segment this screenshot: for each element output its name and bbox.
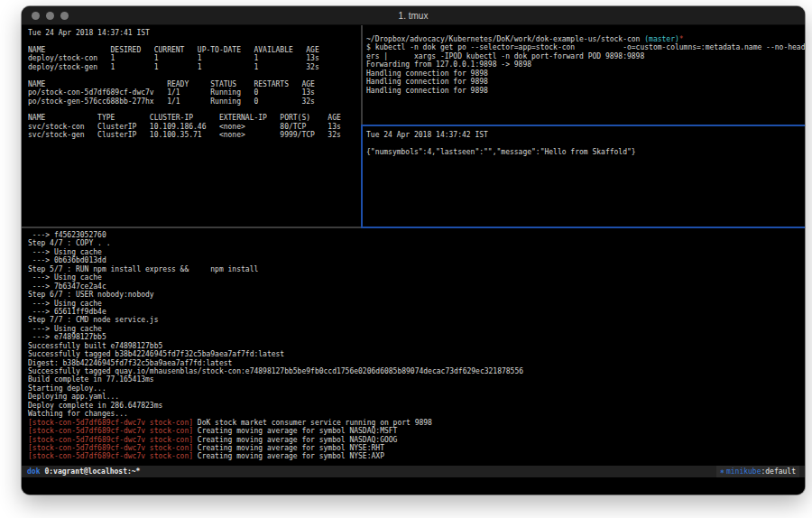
kube-context-indicator: ⎈ minikube :default	[716, 466, 799, 477]
terminal-line: Digest: b38b42246945fd7f32c5ba9aea7af7fd…	[28, 359, 805, 367]
pane-kubectl-watch[interactable]: Tue 24 Apr 2018 14:37:41 IST NAME DESIRE…	[22, 25, 361, 227]
traffic-light-buttons	[32, 6, 69, 24]
terminal-line: deploy/stock-gen 1 1 1 1 32s	[28, 63, 361, 71]
terminal-line	[28, 106, 361, 114]
terminal-line: $ kubectl -n dok get po --selector=app=s…	[366, 43, 805, 51]
terminal-line	[28, 71, 361, 79]
terminal-line: [stock-con-5d7df689cf-dwc7v stock-con] D…	[28, 419, 805, 427]
close-window-button[interactable]	[32, 12, 40, 20]
terminal-line: [stock-con-5d7df689cf-dwc7v stock-con] C…	[28, 452, 805, 460]
terminal-line: po/stock-gen-576cc688bb-277hx 1/1 Runnin…	[28, 97, 361, 106]
terminal-line: ~/Dropbox/advocacy/Kubernetes/DoK/work/d…	[366, 35, 805, 43]
pane-skaffold-log[interactable]: ---> f45623052760Step 4/7 : COPY . . ---…	[22, 228, 805, 466]
terminal-line: po/stock-con-5d7df689cf-dwc7v 1/1 Runnin…	[28, 88, 361, 97]
kube-cluster-name: minikube	[726, 466, 761, 477]
terminal-line: ---> f45623052760	[28, 231, 805, 239]
terminal-line: ---> Using cache	[28, 248, 805, 256]
terminal-line: deploy/stock-con 1 1 1 1 13s	[28, 54, 361, 62]
terminal-line: ---> Using cache	[28, 325, 805, 333]
terminal-line: Successfully built e74898127bb5	[28, 342, 805, 350]
terminal-line: Tue 24 Apr 2018 14:37:42 IST	[366, 131, 805, 139]
window-title: 1. tmux	[399, 11, 429, 21]
tmux-session-name[interactable]: dok	[27, 466, 40, 477]
terminal-line: ers | xargs -IPOD kubectl -n dok port-fo…	[366, 52, 805, 60]
window-titlebar[interactable]: 1. tmux	[22, 6, 805, 25]
terminal-line: svc/stock-gen ClusterIP 10.100.35.71 <no…	[28, 131, 361, 139]
terminal-line: Starting deploy...	[28, 384, 805, 393]
tmux-window-label[interactable]: 0:vagrant@localhost:~*	[44, 466, 140, 477]
terminal-line: Build complete in 77.165413ms	[28, 375, 805, 384]
terminal-line	[28, 37, 361, 45]
terminal-line: NAME READY STATUS RESTARTS AGE	[28, 80, 361, 88]
terminal-line: Step 6/7 : USER nobody:nobody	[28, 291, 805, 299]
terminal-line: ---> Using cache	[28, 300, 805, 308]
pane-service-response[interactable]: Tue 24 Apr 2018 14:37:42 IST {"numsymbol…	[363, 126, 805, 227]
terminal-line	[366, 139, 805, 147]
terminal-line: Handling connection for 9898	[366, 78, 805, 86]
terminal-line: Handling connection for 9898	[366, 87, 805, 95]
pane-port-forward[interactable]: ~/Dropbox/advocacy/Kubernetes/DoK/work/d…	[363, 25, 805, 125]
terminal-line: Tue 24 Apr 2018 14:37:41 IST	[28, 29, 361, 37]
terminal-line: Step 5/7 : RUN npm install express && np…	[28, 265, 805, 273]
terminal-line: ---> 7b6347ce2a4c	[28, 282, 805, 291]
page-background: 1. tmux Tue 24 Apr 2018 14:37:41 IST NAM…	[0, 0, 812, 518]
terminal-line: Watching for changes...	[28, 410, 805, 418]
terminal-line: NAME TYPE CLUSTER-IP EXTERNAL-IP PORT(S)…	[28, 114, 361, 122]
terminal-line: NAME DESIRED CURRENT UP-TO-DATE AVAILABL…	[28, 46, 361, 54]
terminal-line: [stock-con-5d7df689cf-dwc7v stock-con] C…	[28, 436, 805, 444]
tmux-status-bar: dok 0:vagrant@localhost:~* ⎈ minikube :d…	[22, 466, 805, 477]
terminal-line: [stock-con-5d7df689cf-dwc7v stock-con] C…	[28, 444, 805, 452]
terminal-line: svc/stock-con ClusterIP 10.109.186.46 <n…	[28, 123, 361, 131]
terminal-line: ---> Using cache	[28, 273, 805, 282]
terminal-line: Successfully tagged b38b42246945fd7f32c5…	[28, 350, 805, 358]
tmux-terminal: Tue 24 Apr 2018 14:37:41 IST NAME DESIRE…	[22, 25, 805, 495]
terminal-line: Step 7/7 : CMD node service.js	[28, 316, 805, 324]
minimize-window-button[interactable]	[46, 12, 54, 20]
terminal-line: Deploy complete in 286.647823ms	[28, 402, 805, 410]
terminal-line: Forwarding from 127.0.0.1:9898 -> 9898	[366, 60, 805, 69]
terminal-line: ---> e74898127bb5	[28, 333, 805, 341]
zoom-window-button[interactable]	[60, 12, 69, 20]
terminal-line: [stock-con-5d7df689cf-dwc7v stock-con] C…	[28, 427, 805, 435]
terminal-line: Successfully tagged quay.io/mhausenblas/…	[28, 367, 805, 375]
kube-namespace: :default	[761, 466, 796, 477]
terminal-window: 1. tmux Tue 24 Apr 2018 14:37:41 IST NAM…	[22, 6, 805, 495]
terminal-line: ---> 65611ff9db4e	[28, 308, 805, 316]
terminal-line: {"numsymbols":4,"lastseen":"","message":…	[366, 148, 805, 156]
terminal-line: Step 4/7 : COPY . .	[28, 239, 805, 247]
terminal-line: Handling connection for 9898	[366, 69, 805, 78]
terminal-line: Deploying app.yaml...	[28, 393, 805, 401]
terminal-line: ---> 0b636bd013dd	[28, 256, 805, 264]
helm-wheel-icon: ⎈	[720, 466, 724, 477]
